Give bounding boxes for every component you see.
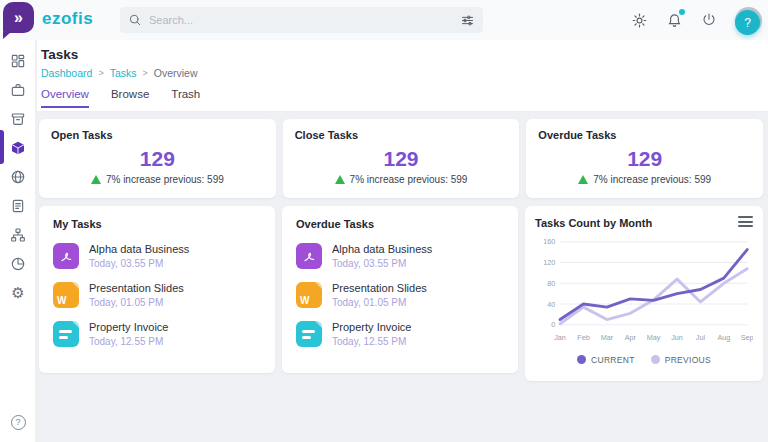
tab-trash[interactable]: Trash <box>171 88 200 108</box>
stat-card-overdue-tasks: Overdue Tasks 129 7% increase previous: … <box>526 119 763 198</box>
sidebar-item-workspace[interactable] <box>0 75 36 104</box>
sidebar-nav: ⚙ ? <box>0 40 36 442</box>
increase-arrow-icon <box>578 175 588 184</box>
task-time: Today, 03.55 PM <box>89 258 189 269</box>
power-icon <box>701 12 717 28</box>
task-row[interactable]: Property Invoice Today, 12.55 PM <box>53 321 261 347</box>
task-row[interactable]: W Presentation Slides Today, 01.05 PM <box>296 282 504 308</box>
notifications-button[interactable] <box>665 11 683 29</box>
workflow-sitemap-icon <box>10 227 26 243</box>
sidebar-item-dashboard[interactable] <box>0 46 36 75</box>
topbar: » ezofis <box>0 0 768 40</box>
svg-text:160: 160 <box>543 237 555 246</box>
sidebar-item-workflow[interactable] <box>0 220 36 249</box>
task-name: Alpha data Business <box>332 243 432 255</box>
document-lines-icon <box>10 198 26 214</box>
sidebar-item-archive[interactable] <box>0 104 36 133</box>
breadcrumb: Dashboard > Tasks > Overview <box>41 67 198 79</box>
previous-series-dot <box>651 355 660 364</box>
task-name: Property Invoice <box>89 321 168 333</box>
page-header: Tasks Dashboard > Tasks > Overview Overv… <box>37 40 768 112</box>
app-logo: ezofis <box>42 9 93 29</box>
tab-overview[interactable]: Overview <box>41 88 89 108</box>
stat-card-delta: 7% increase previous: 599 <box>593 174 711 185</box>
tab-bar: Overview Browse Trash <box>41 88 200 108</box>
svg-text:80: 80 <box>547 278 555 287</box>
list-card-title: My Tasks <box>53 218 261 230</box>
invoice-file-icon <box>296 321 322 347</box>
search-input[interactable] <box>149 14 460 26</box>
svg-text:0: 0 <box>551 320 555 329</box>
svg-text:Feb: Feb <box>577 333 589 342</box>
chart-menu-button[interactable] <box>738 216 753 230</box>
folded-corner <box>72 321 79 328</box>
search-icon <box>128 13 142 27</box>
word-file-icon: W <box>296 282 322 308</box>
dashboard-grid-icon <box>10 53 26 69</box>
task-name: Presentation Slides <box>332 282 427 294</box>
svg-text:Jul: Jul <box>696 333 706 342</box>
task-row[interactable]: Property Invoice Today, 12.55 PM <box>296 321 504 347</box>
pdf-file-icon <box>296 243 322 269</box>
folded-corner <box>315 282 322 289</box>
sidebar-help-button[interactable]: ? <box>0 412 36 432</box>
sidebar-item-tasks[interactable] <box>0 133 36 162</box>
legend-item-current[interactable]: CURRENT <box>577 355 635 365</box>
stat-card-open-tasks: Open Tasks 129 7% increase previous: 599 <box>39 119 276 198</box>
globe-icon <box>10 169 26 185</box>
theme-brightness-button[interactable] <box>630 11 648 29</box>
sidebar-item-settings[interactable]: ⚙ <box>0 278 36 307</box>
task-name: Alpha data Business <box>89 243 189 255</box>
task-time: Today, 01.05 PM <box>332 297 427 308</box>
task-row[interactable]: Alpha data Business Today, 03.55 PM <box>296 243 504 269</box>
svg-text:May: May <box>647 333 661 342</box>
breadcrumb-dashboard[interactable]: Dashboard <box>41 67 92 79</box>
stat-card-delta: 7% increase previous: 599 <box>350 174 468 185</box>
help-circle-icon: ? <box>11 415 26 430</box>
breadcrumb-overview: Overview <box>154 67 198 79</box>
svg-text:Sep: Sep <box>741 333 753 342</box>
svg-text:Apr: Apr <box>625 333 637 342</box>
increase-arrow-icon <box>335 175 345 184</box>
svg-text:Aug: Aug <box>717 333 730 342</box>
breadcrumb-separator: > <box>98 68 103 78</box>
help-fab-button[interactable]: ? <box>735 10 760 35</box>
svg-text:120: 120 <box>543 258 555 267</box>
search-bar[interactable] <box>120 7 483 33</box>
folded-corner <box>315 321 322 328</box>
stat-card-title: Close Tasks <box>295 129 508 141</box>
tasks-chart-card: Tasks Count by Month 04080120160JanFebMa… <box>525 206 763 381</box>
tab-browse[interactable]: Browse <box>111 88 149 108</box>
filter-sliders-icon[interactable] <box>460 13 475 28</box>
breadcrumb-separator: > <box>142 68 147 78</box>
svg-text:Mar: Mar <box>601 333 614 342</box>
task-row[interactable]: Alpha data Business Today, 03.55 PM <box>53 243 261 269</box>
sidebar-collapse-button[interactable]: » <box>3 2 34 33</box>
notification-dot <box>679 9 685 15</box>
legend-label: CURRENT <box>591 355 635 365</box>
chart-title: Tasks Count by Month <box>535 217 652 229</box>
tasks-chart-svg: 04080120160JanFebMarAprMayJunJulAugSep <box>535 232 753 350</box>
logout-power-button[interactable] <box>700 11 718 29</box>
sidebar-item-forms[interactable] <box>0 191 36 220</box>
main-content: Open Tasks 129 7% increase previous: 599… <box>37 112 768 442</box>
pdf-file-icon <box>53 243 79 269</box>
pie-chart-icon <box>10 256 26 272</box>
task-row[interactable]: W Presentation Slides Today, 01.05 PM <box>53 282 261 308</box>
stat-card-delta: 7% increase previous: 599 <box>106 174 224 185</box>
legend-item-previous[interactable]: PREVIOUS <box>651 355 711 365</box>
task-name: Presentation Slides <box>89 282 184 294</box>
chart-legend: CURRENT PREVIOUS <box>535 355 753 365</box>
page-title: Tasks <box>41 47 78 62</box>
stat-cards-row: Open Tasks 129 7% increase previous: 599… <box>39 119 763 198</box>
sidebar-item-analytics[interactable] <box>0 249 36 278</box>
svg-text:Jun: Jun <box>671 333 683 342</box>
sun-icon <box>631 12 648 29</box>
breadcrumb-tasks[interactable]: Tasks <box>110 67 137 79</box>
task-name: Property Invoice <box>332 321 411 333</box>
stat-card-title: Open Tasks <box>51 129 264 141</box>
current-series-dot <box>577 355 586 364</box>
stat-card-title: Overdue Tasks <box>538 129 751 141</box>
sidebar-item-portal[interactable] <box>0 162 36 191</box>
active-item-indicator <box>0 130 4 164</box>
